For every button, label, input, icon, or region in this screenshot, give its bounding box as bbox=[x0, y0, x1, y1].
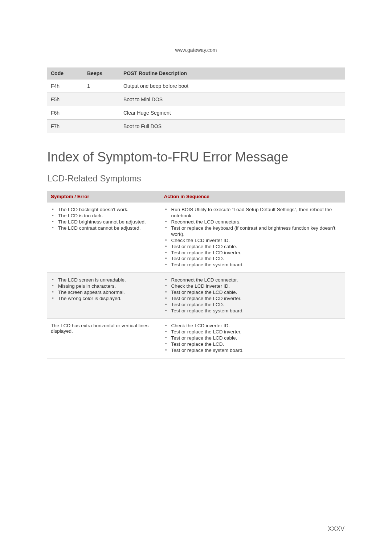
cell-action: Reconnect the LCD connector.Check the LC… bbox=[160, 273, 345, 319]
table-header-row: Symptom / Error Action in Sequence bbox=[47, 191, 345, 202]
list-item: Test or replace the LCD. bbox=[171, 341, 341, 348]
action-list: Run BOIS Utility to execute “Load Setup … bbox=[164, 207, 341, 268]
list-item: Reconnect the LCD connectors. bbox=[171, 219, 341, 225]
subsection-heading: LCD-Related Symptoms bbox=[47, 173, 345, 184]
list-item: Test or replace the LCD cable. bbox=[171, 244, 341, 250]
action-list: Reconnect the LCD connector.Check the LC… bbox=[164, 277, 341, 314]
cell-symptom: The LCD has extra horizontal or vertical… bbox=[47, 319, 160, 358]
list-item: The LCD backlight doesn't work. bbox=[57, 207, 157, 213]
cell-beeps bbox=[83, 120, 120, 133]
col-beeps-header: Beeps bbox=[83, 67, 120, 79]
table-row: The LCD screen is unreadable.Missing pel… bbox=[47, 273, 345, 319]
list-item: Check the LCD inverter ID. bbox=[171, 238, 341, 244]
list-item: The LCD brightness cannot be adjusted. bbox=[57, 219, 157, 225]
cell-code: F7h bbox=[47, 120, 83, 133]
table-row: F6h Clear Huge Segment bbox=[47, 106, 345, 120]
table-row: F5h Boot to Mini DOS bbox=[47, 93, 345, 106]
list-item: Test or replace the system board. bbox=[171, 308, 341, 314]
table-row: F4h 1 Output one beep before boot bbox=[47, 79, 345, 93]
list-item: Test or replace the keyboard (if contras… bbox=[171, 225, 341, 238]
symptom-list: The LCD screen is unreadable.Missing pel… bbox=[51, 277, 157, 302]
list-item: Test or replace the system board. bbox=[171, 262, 341, 268]
cell-desc: Boot to Full DOS bbox=[120, 120, 345, 133]
cell-beeps: 1 bbox=[83, 79, 120, 93]
cell-symptom: The LCD backlight doesn't work.The LCD i… bbox=[47, 202, 160, 273]
cell-symptom: The LCD screen is unreadable.Missing pel… bbox=[47, 273, 160, 319]
list-item: Test or replace the LCD inverter. bbox=[171, 329, 341, 335]
col-symptom-header: Symptom / Error bbox=[47, 191, 160, 202]
list-item: The wrong color is displayed. bbox=[57, 296, 157, 302]
section-heading: Index of Symptom-to-FRU Error Message bbox=[47, 149, 345, 164]
list-item: Test or replace the LCD inverter. bbox=[171, 250, 341, 256]
cell-beeps bbox=[83, 93, 120, 106]
page-number: XXXV bbox=[328, 526, 345, 532]
list-item: Test or replace the LCD. bbox=[171, 256, 341, 262]
list-item: Missing pels in characters. bbox=[57, 283, 157, 290]
col-code-header: Code bbox=[47, 67, 83, 79]
table-row: The LCD has extra horizontal or vertical… bbox=[47, 319, 345, 358]
cell-code: F5h bbox=[47, 93, 83, 106]
table-header-row: Code Beeps POST Routine Description bbox=[47, 67, 345, 79]
cell-desc: Clear Huge Segment bbox=[120, 106, 345, 120]
cell-action: Run BOIS Utility to execute “Load Setup … bbox=[160, 202, 345, 273]
cell-action: Check the LCD inverter ID.Test or replac… bbox=[160, 319, 345, 358]
lcd-symptom-table: Symptom / Error Action in Sequence The L… bbox=[47, 191, 345, 358]
col-desc-header: POST Routine Description bbox=[120, 67, 345, 79]
list-item: Check the LCD inverter ID. bbox=[171, 323, 341, 329]
list-item: The screen appears abnormal. bbox=[57, 290, 157, 296]
list-item: Run BOIS Utility to execute “Load Setup … bbox=[171, 207, 341, 219]
cell-code: F6h bbox=[47, 106, 83, 120]
list-item: Test or replace the LCD cable. bbox=[171, 290, 341, 296]
post-routine-table: Code Beeps POST Routine Description F4h … bbox=[47, 67, 345, 133]
list-item: The LCD screen is unreadable. bbox=[57, 277, 157, 283]
list-item: The LCD contrast cannot be adjusted. bbox=[57, 225, 157, 231]
list-item: Test or replace the LCD cable. bbox=[171, 335, 341, 341]
list-item: Check the LCD inverter ID. bbox=[171, 283, 341, 290]
col-action-header: Action in Sequence bbox=[160, 191, 345, 202]
page-url: www.gateway.com bbox=[47, 47, 345, 53]
action-list: Check the LCD inverter ID.Test or replac… bbox=[164, 323, 341, 353]
list-item: Test or replace the system board. bbox=[171, 348, 341, 354]
table-row: The LCD backlight doesn't work.The LCD i… bbox=[47, 202, 345, 273]
cell-desc: Output one beep before boot bbox=[120, 79, 345, 93]
cell-beeps bbox=[83, 106, 120, 120]
table-row: F7h Boot to Full DOS bbox=[47, 120, 345, 133]
cell-code: F4h bbox=[47, 79, 83, 93]
list-item: Reconnect the LCD connector. bbox=[171, 277, 341, 283]
list-item: The LCD is too dark. bbox=[57, 213, 157, 219]
cell-desc: Boot to Mini DOS bbox=[120, 93, 345, 106]
symptom-list: The LCD backlight doesn't work.The LCD i… bbox=[51, 207, 157, 231]
list-item: Test or replace the LCD inverter. bbox=[171, 296, 341, 302]
list-item: Test or replace the LCD. bbox=[171, 302, 341, 308]
